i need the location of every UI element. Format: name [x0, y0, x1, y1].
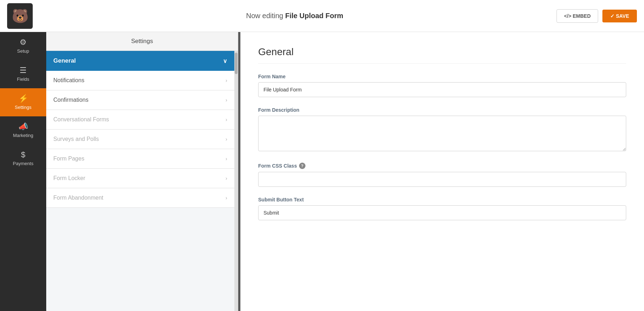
sidebar-item-payments[interactable]: $ Payments	[0, 144, 46, 173]
form-css-class-group: Form CSS Class ?	[258, 163, 626, 187]
nav-form-pages-label: Form Pages	[53, 156, 84, 162]
sidebar: ⚙ Setup ☰ Fields ⚡ Settings 📣 Marketing …	[0, 32, 46, 311]
chevron-right-icon: ›	[225, 97, 227, 103]
nav-conversational-forms-label: Conversational Forms	[53, 116, 109, 123]
topbar-actions: </> EMBED ✓ SAVE	[557, 9, 637, 23]
form-css-class-label: Form CSS Class ?	[258, 163, 626, 169]
form-css-class-input[interactable]	[258, 172, 626, 187]
chevron-right-icon: ›	[225, 117, 227, 122]
nav-notifications-label: Notifications	[53, 77, 84, 84]
sidebar-item-marketing-label: Marketing	[13, 133, 33, 138]
nav-general-label: General	[53, 57, 76, 64]
scroll-track	[234, 51, 238, 311]
sidebar-item-settings[interactable]: ⚡ Settings	[0, 88, 46, 116]
content-title: General	[258, 46, 626, 58]
form-description-label: Form Description	[258, 107, 626, 113]
submit-button-text-group: Submit Button Text	[258, 197, 626, 220]
payments-icon: $	[21, 151, 25, 159]
submit-button-text-input[interactable]	[258, 205, 626, 220]
form-name-input[interactable]	[258, 82, 626, 97]
sidebar-item-payments-label: Payments	[13, 161, 33, 166]
form-description-group: Form Description	[258, 107, 626, 153]
settings-panel: Settings General ∨ Notifications › Confi…	[46, 32, 238, 311]
editing-title: Now editing File Upload Form	[246, 12, 343, 20]
nav-form-locker-label: Form Locker	[53, 175, 85, 181]
app-logo: 🐻	[7, 3, 33, 29]
nav-item-form-locker[interactable]: Form Locker ›	[46, 169, 234, 188]
content-area: General Form Name Form Description Form …	[238, 32, 644, 311]
form-name-group: Form Name	[258, 74, 626, 97]
nav-item-conversational-forms[interactable]: Conversational Forms ›	[46, 110, 234, 130]
chevron-right-icon: ›	[225, 156, 227, 162]
sidebar-item-settings-label: Settings	[15, 105, 32, 110]
nav-surveys-polls-label: Surveys and Polls	[53, 136, 99, 142]
sidebar-item-fields[interactable]: ☰ Fields	[0, 60, 46, 88]
form-description-input[interactable]	[258, 116, 626, 151]
content-divider	[258, 63, 626, 64]
nav-confirmations-label: Confirmations	[53, 97, 89, 103]
settings-nav: General ∨ Notifications › Confirmations …	[46, 51, 234, 311]
main-layout: ⚙ Setup ☰ Fields ⚡ Settings 📣 Marketing …	[0, 32, 644, 311]
chevron-down-icon: ∨	[223, 58, 227, 64]
sidebar-item-marketing[interactable]: 📣 Marketing	[0, 116, 46, 144]
nav-item-notifications[interactable]: Notifications ›	[46, 71, 234, 90]
submit-button-text-label: Submit Button Text	[258, 197, 626, 202]
chevron-right-icon: ›	[225, 136, 227, 142]
nav-item-surveys-polls[interactable]: Surveys and Polls ›	[46, 130, 234, 149]
embed-button[interactable]: </> EMBED	[557, 9, 598, 23]
form-name-label: Form Name	[258, 74, 626, 79]
nav-item-general[interactable]: General ∨	[46, 51, 234, 71]
nav-form-abandonment-label: Form Abandonment	[53, 195, 103, 201]
gear-icon: ⚙	[20, 38, 27, 46]
sidebar-item-setup[interactable]: ⚙ Setup	[0, 32, 46, 60]
help-icon[interactable]: ?	[299, 163, 305, 169]
scroll-thumb[interactable]	[235, 53, 238, 74]
sidebar-item-setup-label: Setup	[17, 48, 29, 54]
sidebar-item-fields-label: Fields	[17, 77, 30, 82]
nav-item-form-abandonment[interactable]: Form Abandonment ›	[46, 188, 234, 208]
fields-icon: ☰	[20, 67, 27, 74]
topbar: 🐻 Now editing File Upload Form </> EMBED…	[0, 0, 644, 32]
nav-item-confirmations[interactable]: Confirmations ›	[46, 90, 234, 110]
nav-item-form-pages[interactable]: Form Pages ›	[46, 149, 234, 169]
chevron-right-icon: ›	[225, 195, 227, 201]
marketing-icon: 📣	[18, 123, 28, 131]
chevron-right-icon: ›	[225, 175, 227, 181]
settings-panel-header: Settings	[46, 32, 238, 51]
settings-icon: ⚡	[18, 95, 28, 102]
save-button[interactable]: ✓ SAVE	[602, 10, 637, 22]
chevron-right-icon: ›	[225, 78, 227, 83]
